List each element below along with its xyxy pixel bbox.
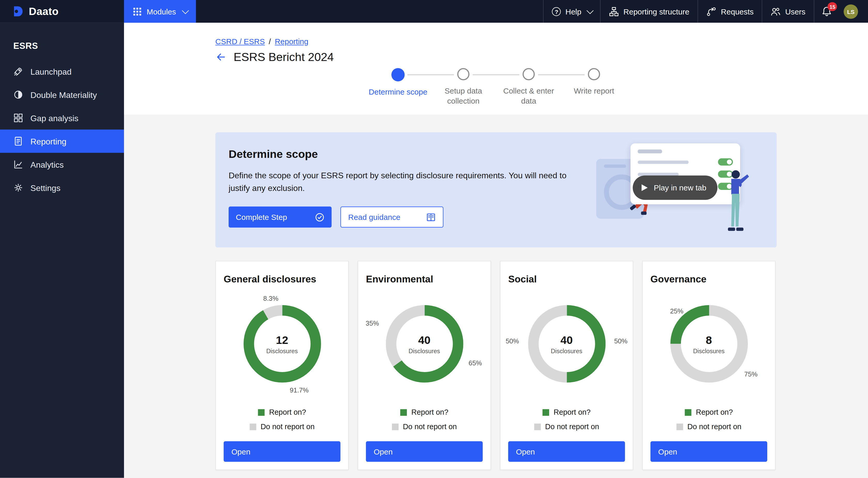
- chevron-down-icon: [587, 7, 594, 14]
- play-button-label: Play in new tab: [654, 183, 706, 192]
- illustration-toggle: [718, 158, 733, 166]
- disclosure-count: 12: [276, 334, 288, 346]
- rocket-icon: [13, 66, 23, 77]
- modules-label: Modules: [147, 7, 176, 16]
- sidebar-item-settings[interactable]: Settings: [0, 176, 124, 199]
- legend-report-on: Report on?: [696, 408, 733, 416]
- users-icon: [771, 6, 781, 17]
- topbar: Daato Modules ? Help Reporting: [0, 0, 868, 23]
- sidebar-item-label: Double Materiality: [30, 90, 97, 99]
- back-arrow-icon[interactable]: [215, 52, 226, 62]
- disclosure-unit: Disclosures: [409, 348, 440, 354]
- card-title: Environmental: [366, 274, 483, 285]
- page-title: ESRS Bericht 2024: [234, 50, 334, 64]
- donut-chart: 8 Disclosures 25% 75%: [670, 305, 748, 383]
- disclosure-count: 8: [706, 334, 712, 346]
- percent-label: 25%: [670, 307, 683, 315]
- open-button[interactable]: Open: [366, 441, 483, 462]
- card-title: Governance: [650, 274, 767, 285]
- scope-panel-description: Define the scope of your ESRS report by …: [228, 170, 575, 194]
- reporting-structure-button[interactable]: Reporting structure: [600, 0, 698, 23]
- step-circle[interactable]: [588, 68, 600, 80]
- donut-legend: Report on? Do not report on: [650, 408, 767, 431]
- user-menu[interactable]: LS: [839, 0, 868, 23]
- percent-label: 65%: [469, 359, 482, 367]
- play-icon: [642, 184, 648, 191]
- breadcrumb: CSRD / ESRS / Reporting: [215, 37, 777, 46]
- step-circle[interactable]: [392, 68, 405, 81]
- breadcrumb-link-reporting[interactable]: Reporting: [275, 37, 308, 46]
- open-button[interactable]: Open: [224, 441, 340, 462]
- legend-gray-swatch: [392, 423, 399, 430]
- users-label: Users: [785, 7, 805, 16]
- chevron-down-icon: [182, 7, 189, 14]
- percent-label: 50%: [505, 337, 519, 345]
- legend-do-not-report: Do not report on: [261, 422, 315, 431]
- help-icon: ?: [552, 7, 561, 16]
- main-content: CSRD / ESRS / Reporting ESRS Bericht 202…: [124, 23, 868, 478]
- legend-gray-swatch: [676, 423, 683, 430]
- requests-button[interactable]: Requests: [698, 0, 762, 23]
- legend-report-on: Report on?: [269, 408, 306, 416]
- percent-label: 50%: [614, 337, 627, 345]
- avatar[interactable]: LS: [844, 4, 858, 19]
- percent-label: 91.7%: [290, 387, 309, 394]
- illustration: Play in new tab: [596, 143, 762, 236]
- sidebar-item-launchpad[interactable]: Launchpad: [0, 60, 124, 83]
- sidebar-item-reporting[interactable]: Reporting: [0, 129, 124, 153]
- sidebar-item-analytics[interactable]: Analytics: [0, 153, 124, 176]
- complete-step-button[interactable]: Complete Step: [228, 206, 332, 228]
- breadcrumb-link-csrd-esrs[interactable]: CSRD / ESRS: [215, 37, 265, 46]
- disclosure-unit: Disclosures: [693, 348, 724, 354]
- gear-icon: [13, 183, 23, 193]
- reporting-structure-label: Reporting structure: [623, 7, 689, 16]
- sidebar-item-label: Analytics: [30, 160, 64, 169]
- legend-do-not-report: Do not report on: [687, 422, 741, 431]
- card-environmental: Environmental 40 Disclosures 35% 65% Rep…: [358, 261, 491, 470]
- topbar-right: ? Help Reporting structure Requests: [543, 0, 868, 23]
- notifications-button[interactable]: 15: [814, 0, 839, 23]
- daato-logo[interactable]: Daato: [0, 0, 124, 23]
- disclosure-count: 40: [560, 334, 573, 346]
- help-label: Help: [565, 7, 582, 16]
- step-circle[interactable]: [523, 68, 535, 80]
- step-label: Setup data collection: [431, 86, 496, 106]
- sidebar-item-double-materiality[interactable]: Double Materiality: [0, 83, 124, 106]
- open-button[interactable]: Open: [650, 441, 767, 462]
- read-guidance-label: Read guidance: [348, 213, 400, 221]
- sidebar-item-label: Settings: [30, 183, 60, 192]
- legend-report-on: Report on?: [411, 408, 448, 416]
- page-header: CSRD / ESRS / Reporting ESRS Bericht 202…: [124, 23, 868, 115]
- help-menu[interactable]: ? Help: [543, 0, 600, 23]
- disclosure-unit: Disclosures: [551, 348, 582, 354]
- book-icon: [426, 212, 436, 222]
- card-social: Social 40 Disclosures 50% 50% Report on?…: [500, 261, 633, 470]
- daato-logo-icon: [12, 5, 24, 17]
- step-circle[interactable]: [457, 68, 469, 80]
- percent-label: 35%: [366, 319, 379, 327]
- legend-green-swatch: [542, 409, 549, 416]
- percent-label: 75%: [744, 370, 757, 378]
- open-button[interactable]: Open: [508, 441, 625, 462]
- step-collect-enter-data: Collect & enter data: [496, 68, 561, 106]
- legend-do-not-report: Do not report on: [403, 422, 457, 431]
- half-circle-icon: [13, 90, 23, 100]
- legend-green-swatch: [400, 409, 407, 416]
- read-guidance-button[interactable]: Read guidance: [340, 206, 443, 228]
- sidebar-item-label: Gap analysis: [30, 113, 79, 122]
- sidebar-section-label: ESRS: [13, 41, 124, 51]
- breadcrumb-separator: /: [269, 37, 271, 46]
- donut-chart: 40 Disclosures 35% 65%: [386, 305, 463, 383]
- modules-button[interactable]: Modules: [124, 0, 196, 23]
- sidebar-item-label: Launchpad: [30, 67, 71, 76]
- brand-name: Daato: [29, 5, 58, 17]
- sidebar-item-gap-analysis[interactable]: Gap analysis: [0, 106, 124, 129]
- play-in-new-tab-button[interactable]: Play in new tab: [633, 175, 717, 200]
- app: Daato Modules ? Help Reporting: [0, 0, 868, 478]
- users-button[interactable]: Users: [762, 0, 814, 23]
- donut-legend: Report on? Do not report on: [224, 408, 340, 431]
- sidebar-item-label: Reporting: [30, 137, 66, 146]
- legend-gray-swatch: [534, 423, 541, 430]
- legend-green-swatch: [258, 409, 265, 416]
- determine-scope-panel: Determine scope Define the scope of your…: [215, 132, 777, 247]
